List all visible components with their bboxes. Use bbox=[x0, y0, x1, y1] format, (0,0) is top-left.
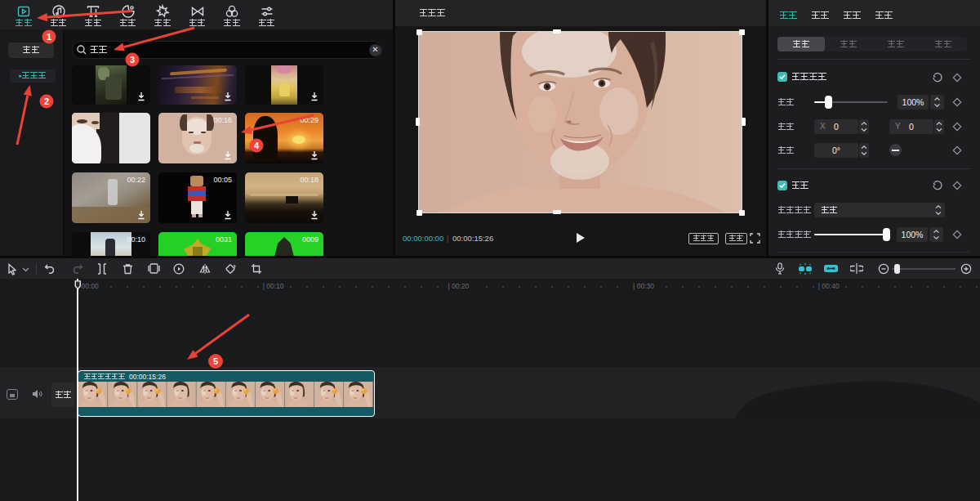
svg-text:5: 5 bbox=[213, 356, 218, 366]
svg-text:3: 3 bbox=[130, 55, 135, 65]
svg-text:4: 4 bbox=[254, 141, 260, 150]
svg-text:2: 2 bbox=[44, 96, 49, 106]
svg-text:1: 1 bbox=[47, 32, 51, 42]
